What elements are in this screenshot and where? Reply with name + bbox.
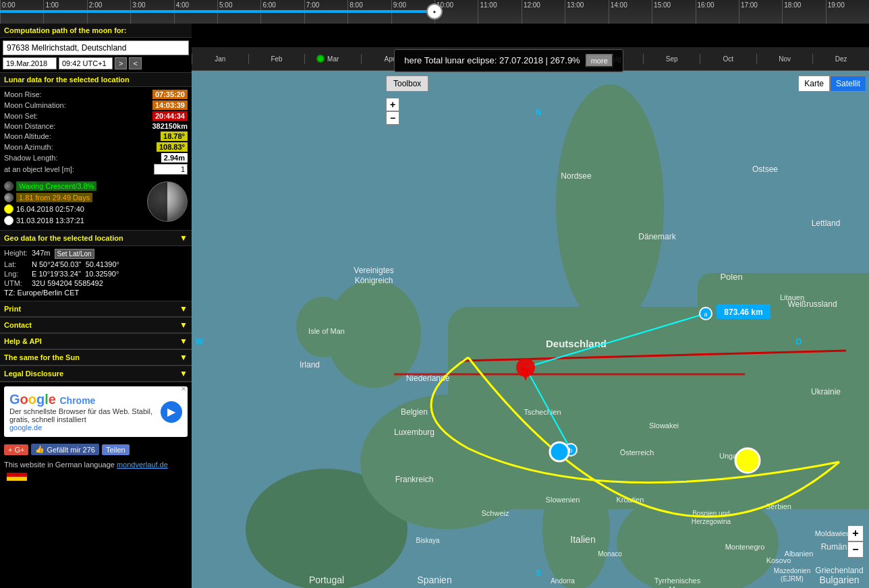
month-oct: Oct <box>700 54 756 64</box>
svg-text:Kosovo: Kosovo <box>766 556 791 564</box>
lunar-header-label: Lunar data for the selected location <box>4 76 130 84</box>
help-arrow: ▼ <box>179 336 188 346</box>
fb-like-label: Gefällt mir <box>47 446 80 454</box>
svg-point-9 <box>617 489 779 588</box>
svg-text:Isle of Man: Isle of Man <box>308 327 345 335</box>
ad-button[interactable]: ▶ <box>161 401 182 423</box>
ad-close-icon[interactable]: ✕ <box>181 385 186 392</box>
map-zoom-controls: + − <box>386 98 399 125</box>
compass-o-label: O <box>795 337 802 347</box>
phase-info: Waxing Crescent/3.8% 1.81 from 29.49 Day… <box>4 181 143 227</box>
map-area[interactable]: Vereinigtes Königreich Isle of Man Irlan… <box>192 47 869 588</box>
german-flag <box>7 469 27 481</box>
svg-point-3 <box>327 280 421 388</box>
nav-next-button[interactable]: < <box>129 57 141 69</box>
object-level-input[interactable] <box>154 164 188 175</box>
website-link[interactable]: mondverlauf.de <box>117 461 168 469</box>
karte-button[interactable]: Karte <box>798 76 830 92</box>
phase-p-label: Waxing Crescent/3.8% <box>16 181 96 191</box>
satellit-button[interactable]: Satellit <box>830 76 866 92</box>
nav-prev-button[interactable]: > <box>115 57 127 69</box>
svg-text:Königreich: Königreich <box>355 276 393 285</box>
moon-culmination-value: 14:03:39 <box>152 100 188 110</box>
svg-point-60 <box>700 307 712 320</box>
fb-share-label: Teilen <box>106 446 125 454</box>
map-plus-button[interactable]: + <box>386 98 399 111</box>
timeline-progress <box>0 10 434 13</box>
phase-nm-icon <box>4 216 13 225</box>
date-input[interactable] <box>3 57 57 69</box>
moon-distance-row: Moon Distance: 382150km <box>4 122 188 130</box>
set-latlon-button[interactable]: Set Lat/Lon <box>55 249 94 259</box>
lat-label: Lat: <box>4 260 28 268</box>
moon-azimuth-row: Moon Azimuth: 108.83° <box>4 142 188 152</box>
svg-text:Andorra: Andorra <box>551 577 575 585</box>
thumbs-up-icon: 👍 <box>35 445 45 454</box>
zoom-in-button[interactable]: + <box>847 525 864 541</box>
svg-text:Tyrrhenisches: Tyrrhenisches <box>654 577 701 585</box>
svg-text:Albanien: Albanien <box>785 550 814 558</box>
gplus-icon: + <box>8 446 12 454</box>
svg-text:Herzegowina: Herzegowina <box>692 518 731 525</box>
lunar-data-header: Lunar data for the selected location <box>0 73 192 87</box>
timeline-thumb[interactable]: ● <box>426 3 443 20</box>
time-input[interactable] <box>59 57 113 69</box>
svg-rect-66 <box>717 304 770 319</box>
month-feb: Feb <box>248 54 305 64</box>
contact-section[interactable]: Contact ▼ <box>0 318 192 334</box>
moon-rise-row: Moon Rise: 07:35:20 <box>4 90 188 99</box>
sun-section[interactable]: The same for the Sun ▼ <box>0 350 192 366</box>
fb-count: 276 <box>83 446 95 454</box>
moon-rise-label: Moon Rise: <box>4 90 42 98</box>
eclipse-more-button[interactable]: more <box>586 54 613 67</box>
timeline-bar[interactable]: 0:00 1:00 2:00 3:00 4:00 5:00 6:00 7:00 … <box>0 0 869 24</box>
website-lang-label: This website in German language <box>4 461 115 469</box>
lat-row: Lat: N 50°24'50.03'' 50.41390° <box>4 260 188 268</box>
svg-text:Schweiz: Schweiz <box>482 509 509 517</box>
print-section[interactable]: Print ▼ <box>0 301 192 318</box>
svg-point-64 <box>550 442 569 461</box>
sun-label: The same for the Sun <box>4 353 80 361</box>
map-minus-button[interactable]: − <box>386 111 399 125</box>
legal-label: Legal Disclosure <box>4 370 63 378</box>
month-nov: Nov <box>756 54 813 64</box>
google-plus-button[interactable]: + G+ <box>4 444 28 455</box>
phase-p-row: Waxing Crescent/3.8% <box>4 181 143 191</box>
help-header[interactable]: Help & API ▼ <box>0 334 192 349</box>
toolbox-button[interactable]: Toolbox <box>386 76 428 92</box>
svg-text:Griechenland: Griechenland <box>815 566 863 575</box>
svg-text:Österreich: Österreich <box>620 448 654 457</box>
facebook-like-button[interactable]: 👍 Gefällt mir 276 <box>31 444 99 455</box>
print-header[interactable]: Print ▼ <box>0 301 192 317</box>
sun-header[interactable]: The same for the Sun ▼ <box>0 350 192 365</box>
svg-text:Ukrainie: Ukrainie <box>811 387 841 396</box>
svg-point-4 <box>296 297 350 357</box>
svg-text:Montenegro: Montenegro <box>725 543 765 551</box>
legal-header[interactable]: Legal Disclosure ▼ <box>0 366 192 382</box>
shadow-length-row: Shadow Length: 2.94m <box>4 153 188 163</box>
map-background: Vereinigtes Königreich Isle of Man Irlan… <box>192 47 869 588</box>
geo-data-header[interactable]: Geo data for the selected location ▼ <box>0 231 192 246</box>
contact-header[interactable]: Contact ▼ <box>0 318 192 333</box>
moon-distance-value: 382150km <box>152 122 188 130</box>
help-section[interactable]: Help & API ▼ <box>0 334 192 350</box>
facebook-share-button[interactable]: Teilen <box>102 444 130 455</box>
location-input[interactable] <box>3 40 189 55</box>
geo-header-arrow: ▼ <box>179 233 188 243</box>
zoom-out-button[interactable]: − <box>847 541 864 558</box>
ad-banner[interactable]: Google Chrome Der schnellste Browser für… <box>4 386 188 437</box>
sun-arrow: ▼ <box>179 353 188 362</box>
svg-text:Bosnien und: Bosnien und <box>692 510 730 517</box>
moon-culmination-row: Moon Culmination: 14:03:39 <box>4 100 188 110</box>
lat-decimal: 50.41390° <box>86 260 119 268</box>
svg-text:Monaco: Monaco <box>598 550 622 558</box>
lat-value: N 50°24'50.03'' <box>32 260 82 268</box>
zoom-controls: + − <box>847 525 864 558</box>
svg-text:Vereinigtes: Vereinigtes <box>354 266 393 275</box>
phase-area: Waxing Crescent/3.8% 1.81 from 29.49 Day… <box>0 179 192 230</box>
legal-section[interactable]: Legal Disclosure ▼ <box>0 366 192 382</box>
moon-distance-label: Moon Distance: <box>4 122 55 130</box>
svg-point-2 <box>360 394 536 529</box>
moon-shadow <box>148 182 167 221</box>
svg-text:Niederlande: Niederlande <box>406 374 450 383</box>
